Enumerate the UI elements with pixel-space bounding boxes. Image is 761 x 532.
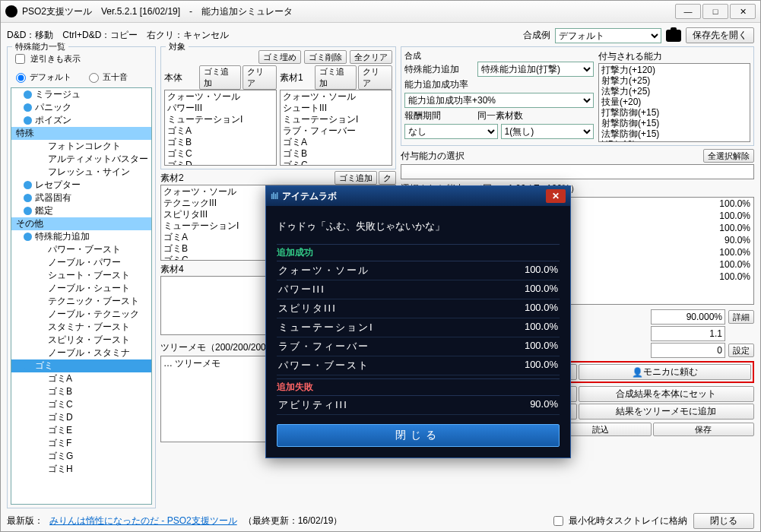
open-save-folder-button[interactable]: 保存先を開く (686, 27, 754, 43)
tree-item[interactable]: ゴミF (11, 437, 151, 450)
tree-item[interactable]: フレッシュ・サイン (11, 166, 151, 179)
granted-abilities-listbox[interactable]: 打撃力(+120)射撃力(+25)法撃力(+25)技量(+20)打撃防御(+15… (598, 63, 750, 142)
mat1-clear-button[interactable]: クリア (358, 65, 392, 90)
list-item[interactable]: パワーIII (167, 103, 274, 114)
ability-tree[interactable]: ミラージュパニックポイズン特殊フォトンコレクトアルティメットバスターフレッシュ・… (11, 87, 152, 505)
add-ability-select[interactable]: 特殊能力追加(打撃) (477, 62, 594, 77)
period-select[interactable]: なし (404, 124, 498, 139)
minimize-button[interactable]: — (675, 4, 701, 19)
list-item[interactable]: ゴミA (283, 137, 389, 148)
expected-cost-value: 0 (651, 343, 725, 358)
list-item[interactable]: ゴミC (283, 160, 389, 166)
body-label: 本体 (164, 71, 196, 84)
body-listbox[interactable]: クォーツ・ソールパワーIIIミューテーションIゴミAゴミBゴミCゴミD (164, 90, 277, 166)
select-ability-label: 付与能力の選択 (401, 150, 465, 163)
tree-item[interactable]: ゴミC (11, 398, 151, 411)
mat1-add-garbage-button[interactable]: ゴミ追加 (315, 65, 357, 90)
body-clear-button[interactable]: クリア (243, 65, 277, 90)
add-to-tree-button[interactable]: 結果をツリーメモに追加 (579, 404, 755, 420)
result-row: ラブ・フィーバー100.0% (277, 337, 560, 356)
help-text: D&D：移動 Ctrl+D&D：コピー 右クリ：キャンセル (7, 29, 229, 42)
tree-item[interactable]: ミラージュ (11, 88, 151, 101)
tree-item[interactable]: ゴミ (11, 359, 151, 372)
select-ability-listbox[interactable] (401, 164, 754, 179)
tree-item[interactable]: ノーブル・スタミナ (11, 347, 151, 359)
tree-item[interactable]: フォトンコレクト (11, 140, 151, 153)
list-item[interactable]: ゴミB (167, 137, 274, 148)
dialog-close-button[interactable]: 閉じる (277, 424, 560, 447)
tree-item[interactable]: ゴミD (11, 411, 151, 424)
clear-all-button[interactable]: 全クリア (350, 50, 392, 64)
tree-item[interactable]: レセプター (11, 179, 151, 192)
tree-item[interactable]: シュート・ブースト (11, 269, 151, 282)
example-label: 合成例 (523, 29, 550, 42)
same-mat-select[interactable]: 1(無し) (501, 124, 595, 139)
list-item[interactable]: 技量(+20) (601, 97, 747, 107)
tree-item[interactable]: スピリタ・ブースト (11, 334, 151, 347)
tree-item[interactable]: ノーブル・テクニック (11, 308, 151, 321)
tree-item[interactable]: ゴミG (11, 450, 151, 463)
list-item[interactable]: 法撃力(+25) (601, 86, 747, 97)
latest-link[interactable]: みりんは惰性になったのだ - PSO2支援ツール (49, 515, 237, 527)
tree-item[interactable]: パワー・ブースト (11, 243, 151, 256)
dialog-close-icon[interactable]: ✕ (546, 189, 566, 203)
tree-item[interactable]: 鑑定 (11, 204, 151, 217)
list-item[interactable]: 射撃力(+25) (601, 75, 747, 86)
close-button[interactable]: ✕ (730, 4, 756, 19)
ask-monica-button[interactable]: 👤 モニカに頼む (579, 364, 752, 380)
detail-button[interactable]: 詳細 (728, 310, 754, 324)
reverse-lookup-checkbox[interactable] (15, 54, 25, 64)
tree-item[interactable]: ノーブル・パワー (11, 256, 151, 269)
list-item[interactable]: 射撃防御(+15) (601, 118, 747, 128)
preset-select[interactable]: デフォルト (555, 28, 661, 43)
tree-item[interactable]: 特殊能力追加 (11, 230, 151, 243)
list-item[interactable]: 法撃防御(+15) (601, 128, 747, 139)
list-item[interactable]: ゴミC (167, 148, 274, 160)
sort-gojuon-radio[interactable] (89, 73, 99, 83)
list-item[interactable]: ラブ・フィーバー (283, 125, 389, 137)
tray-checkbox[interactable] (553, 516, 563, 526)
list-item[interactable]: クォーツ・ソール (283, 91, 389, 103)
list-item[interactable]: 打撃力(+120) (601, 65, 747, 75)
set-body-button[interactable]: 合成結果を本体にセット (579, 386, 755, 402)
app-window: PSO2支援ツール Ver.5.2.1 [16/02/19] - 能力追加シミュ… (0, 0, 761, 532)
tree-item[interactable]: ゴミB (11, 385, 151, 398)
list-item[interactable]: ミューテーションI (283, 114, 389, 125)
success-header: 追加成功 (277, 244, 560, 261)
tree-item[interactable]: パニック (11, 101, 151, 114)
list-item[interactable]: HP(+10) (601, 139, 747, 142)
tree-item[interactable]: ノーブル・シュート (11, 282, 151, 295)
tree-item[interactable]: ゴミA (11, 372, 151, 385)
mat2-clear-button[interactable]: ク (379, 171, 396, 185)
deselect-all-button[interactable]: 全選択解除 (703, 149, 754, 163)
tree-item[interactable]: ゴミE (11, 424, 151, 437)
body-add-garbage-button[interactable]: ゴミ追加 (199, 65, 242, 90)
tree-item[interactable]: その他 (11, 217, 151, 230)
cost-settings-button[interactable]: 設定 (728, 344, 754, 357)
list-item[interactable]: ゴミA (167, 125, 274, 137)
tree-item[interactable]: スタミナ・ブースト (11, 321, 151, 334)
success-rate-select[interactable]: 能力追加成功率+30% (404, 93, 594, 108)
list-item[interactable]: ゴミB (283, 148, 389, 160)
list-item[interactable]: シュートIII (283, 103, 389, 114)
delete-garbage-button[interactable]: ゴミ削除 (304, 50, 347, 64)
maximize-button[interactable]: □ (702, 4, 728, 19)
camera-icon[interactable] (666, 30, 681, 42)
sort-default-radio[interactable] (16, 73, 26, 83)
tree-item[interactable]: ポイズン (11, 114, 151, 127)
dialog-message: ドゥドゥ「ふむ、失敗じゃないかな」 (277, 220, 560, 233)
fill-garbage-button[interactable]: ゴミ埋め (258, 50, 301, 64)
nav-save-button[interactable]: 保存 (653, 423, 754, 436)
list-item[interactable]: ミューテーションI (167, 114, 274, 125)
list-item[interactable]: クォーツ・ソール (167, 91, 274, 103)
tree-item[interactable]: テクニック・ブースト (11, 295, 151, 308)
tree-item[interactable]: 武器固有 (11, 192, 151, 204)
tree-item[interactable]: アルティメットバスター (11, 153, 151, 166)
tree-item[interactable]: ゴミH (11, 463, 151, 476)
tree-item[interactable]: 特殊 (11, 127, 151, 140)
list-item[interactable]: 打撃防御(+15) (601, 107, 747, 118)
mat1-listbox[interactable]: クォーツ・ソールシュートIIIミューテーションIラブ・フィーバーゴミAゴミBゴミ… (280, 90, 392, 166)
mat2-add-garbage-button[interactable]: ゴミ追加 (335, 171, 377, 185)
list-item[interactable]: ゴミD (167, 160, 274, 166)
footer-close-button[interactable]: 閉じる (693, 513, 754, 529)
